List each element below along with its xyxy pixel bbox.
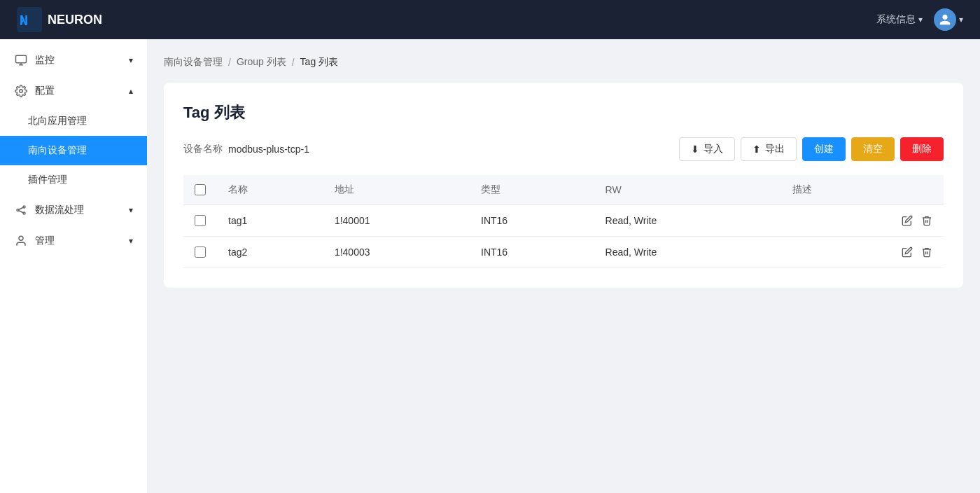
sidebar-item-plugin[interactable]: 插件管理 [0, 165, 147, 195]
delete-button[interactable]: 删除 [900, 137, 944, 161]
table-row: tag1 1!40001 INT16 Read, Write [183, 205, 944, 237]
col-type: 类型 [470, 175, 594, 205]
svg-point-10 [23, 212, 25, 214]
svg-line-12 [19, 211, 23, 213]
clear-label: 清空 [863, 143, 883, 155]
sysinfo-chevron-icon: ▾ [918, 15, 923, 25]
svg-point-13 [19, 236, 23, 240]
row-desc [781, 205, 888, 237]
breadcrumb-grouplist[interactable]: Group 列表 [237, 56, 286, 69]
svg-line-11 [19, 207, 23, 209]
select-all-checkbox[interactable] [195, 184, 206, 195]
create-label: 创建 [814, 143, 834, 155]
neuron-logo-icon: N [17, 7, 42, 32]
monitor-icon [14, 53, 28, 67]
row-checkbox-0[interactable] [195, 215, 206, 226]
row-address: 1!40003 [323, 237, 470, 268]
breadcrumb-southdev[interactable]: 南向设备管理 [164, 56, 223, 69]
monitor-expand-icon: ▾ [129, 55, 133, 65]
dataflow-expand-icon: ▾ [129, 205, 133, 215]
sidebar-item-manage[interactable]: 管理 ▾ [0, 225, 147, 256]
topnav-right: 系统信息 ▾ ▾ [876, 8, 963, 31]
main-content: 南向设备管理 / Group 列表 / Tag 列表 Tag 列表 设备名称 m… [147, 39, 980, 493]
delete-label: 删除 [912, 143, 932, 155]
row-rw: Read, Write [594, 205, 782, 237]
table-header-row: 名称 地址 类型 RW 描述 [183, 175, 944, 205]
svg-rect-4 [16, 55, 27, 63]
sidebar-northapp-label: 北向应用管理 [28, 115, 133, 127]
export-label: 导出 [765, 143, 785, 155]
row-checkbox-cell [183, 205, 217, 237]
sidebar-item-monitor[interactable]: 监控 ▾ [0, 45, 147, 76]
app-title: NEURON [48, 13, 102, 27]
sidebar-manage-label: 管理 [35, 235, 122, 247]
import-label: 导入 [704, 143, 723, 155]
svg-point-8 [17, 209, 19, 211]
row-name: tag1 [217, 205, 323, 237]
col-actions [888, 175, 944, 205]
svg-point-7 [20, 90, 23, 93]
row-name: tag2 [217, 237, 323, 268]
row-actions-cell [888, 237, 944, 268]
col-address: 地址 [323, 175, 470, 205]
col-desc: 描述 [781, 175, 888, 205]
sidebar-item-config[interactable]: 配置 ▴ [0, 76, 147, 106]
row-address: 1!40001 [323, 205, 470, 237]
delete-row-icon-0[interactable] [921, 215, 932, 226]
device-label: 设备名称 [183, 143, 223, 155]
export-button[interactable]: ⬆ 导出 [741, 137, 797, 161]
row-actions-cell [888, 205, 944, 237]
toolbar-actions: ⬇ 导入 ⬆ 导出 创建 清空 删除 [679, 137, 944, 161]
row-checkbox-cell [183, 237, 217, 268]
export-icon: ⬆ [752, 144, 761, 155]
clear-button[interactable]: 清空 [851, 137, 895, 161]
sidebar-item-northapp[interactable]: 北向应用管理 [0, 106, 147, 136]
config-icon [14, 84, 28, 98]
sidebar-monitor-label: 监控 [35, 54, 122, 67]
top-navigation: N NEURON 系统信息 ▾ ▾ [0, 0, 980, 39]
page-title: Tag 列表 [183, 102, 944, 123]
breadcrumb: 南向设备管理 / Group 列表 / Tag 列表 [164, 56, 963, 69]
breadcrumb-taglist: Tag 列表 [300, 56, 338, 69]
row-type: INT16 [470, 205, 594, 237]
row-checkbox-1[interactable] [195, 246, 206, 258]
tag-table: 名称 地址 类型 RW 描述 [183, 175, 944, 268]
col-rw: RW [594, 175, 782, 205]
sysinfo-menu[interactable]: 系统信息 ▾ [876, 13, 923, 26]
row-type: INT16 [470, 237, 594, 268]
row-rw: Read, Write [594, 237, 782, 268]
sidebar-dataflow-label: 数据流处理 [35, 204, 122, 216]
app-logo: N NEURON [17, 7, 102, 32]
breadcrumb-sep-1: / [228, 57, 231, 68]
col-name: 名称 [217, 175, 323, 205]
sidebar-southdev-label: 南向设备管理 [28, 144, 133, 157]
user-chevron-icon: ▾ [959, 15, 963, 25]
create-button[interactable]: 创建 [802, 137, 846, 161]
tag-list-card: Tag 列表 设备名称 modbus-plus-tcp-1 ⬇ 导入 ⬆ 导出 [164, 83, 963, 288]
manage-icon [14, 234, 28, 248]
import-icon: ⬇ [691, 144, 699, 155]
breadcrumb-sep-2: / [292, 57, 295, 68]
main-layout: 监控 ▾ 配置 ▴ 北向应用管理 南向设备管理 插件管理 数据流处理 ▾ [0, 39, 980, 493]
avatar [934, 8, 956, 31]
sidebar-config-label: 配置 [35, 85, 122, 97]
edit-icon-0[interactable] [902, 215, 913, 226]
col-checkbox [183, 175, 217, 205]
sidebar-plugin-label: 插件管理 [28, 174, 133, 186]
table-row: tag2 1!40003 INT16 Read, Write [183, 237, 944, 268]
sidebar-item-dataflow[interactable]: 数据流处理 ▾ [0, 195, 147, 225]
delete-row-icon-1[interactable] [921, 246, 932, 258]
row-desc [781, 237, 888, 268]
sidebar-item-southdev[interactable]: 南向设备管理 [0, 136, 147, 165]
manage-expand-icon: ▾ [129, 236, 133, 246]
sidebar: 监控 ▾ 配置 ▴ 北向应用管理 南向设备管理 插件管理 数据流处理 ▾ [0, 39, 147, 493]
edit-icon-1[interactable] [902, 246, 913, 258]
device-value: modbus-plus-tcp-1 [228, 144, 309, 155]
sysinfo-label: 系统信息 [876, 13, 916, 26]
config-expand-icon: ▴ [129, 86, 133, 96]
svg-point-9 [23, 206, 25, 208]
import-button[interactable]: ⬇ 导入 [679, 137, 735, 161]
user-menu[interactable]: ▾ [934, 8, 963, 31]
toolbar: 设备名称 modbus-plus-tcp-1 ⬇ 导入 ⬆ 导出 创建 [183, 137, 944, 161]
device-info: 设备名称 modbus-plus-tcp-1 [183, 143, 309, 155]
